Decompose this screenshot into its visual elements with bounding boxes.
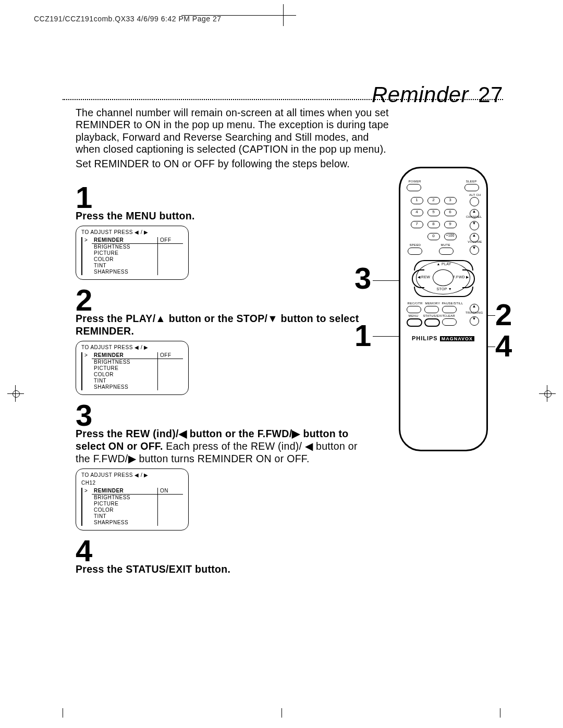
label-power: POWER <box>409 180 421 183</box>
num-0[interactable]: 0 <box>427 233 440 240</box>
osd-item: REMINDER <box>92 488 158 495</box>
altch-button[interactable] <box>470 197 479 206</box>
arc-top <box>414 260 473 270</box>
ch-down-button[interactable]: ▼ <box>470 221 479 230</box>
num-2[interactable]: 2 <box>427 197 440 204</box>
arc-left <box>412 269 424 288</box>
label-mute: MUTE <box>441 243 450 246</box>
osd-item: TINT <box>92 378 158 384</box>
step-num: 4 <box>76 538 92 563</box>
num-6[interactable]: 6 <box>444 209 457 216</box>
osd-panel-3: TO ADJUST PRESS ◀ / ▶ CH12 >REMINDERON B… <box>76 468 189 530</box>
label-tracking: TRACKING <box>466 311 483 314</box>
step-2: 2 Press the PLAY/▲ button or the STOP/▼ … <box>76 287 368 395</box>
label-memory: MEMORY <box>425 302 440 305</box>
osd-value: ON <box>158 488 183 495</box>
osd-item: PICTURE <box>92 365 158 372</box>
divider-dotted <box>63 99 503 102</box>
label-volume: VOLUME <box>468 240 482 243</box>
num-9[interactable]: 9 <box>444 221 457 228</box>
sleep-button[interactable] <box>464 184 479 191</box>
callout-line <box>373 280 400 281</box>
label-recotr: REC/OTR <box>408 302 423 305</box>
osd-item: COLOR <box>92 372 158 378</box>
osd-item: COLOR <box>92 507 158 513</box>
osd-item: TINT <box>92 513 158 520</box>
memory-button[interactable] <box>424 306 439 313</box>
crop-mark-left <box>10 388 21 399</box>
osd-item: BRIGHTNESS <box>92 359 158 365</box>
osd-item: BRIGHTNESS <box>92 494 158 501</box>
callout-3: 3 <box>354 261 371 295</box>
num-3[interactable]: 3 <box>444 197 457 204</box>
crop-mark-top <box>275 7 291 23</box>
page-title: Reminder 27 <box>372 82 503 107</box>
clear-button[interactable] <box>442 318 457 326</box>
intro-p2: Set REMINDER to ON or OFF by following t… <box>76 158 394 170</box>
num-1[interactable]: 1 <box>411 197 423 204</box>
num-4[interactable]: 4 <box>411 209 423 216</box>
manual-page: CCZ191/CCZ191comb.QX33 4/6/99 6:42 PM Pa… <box>0 0 563 728</box>
rec-button[interactable] <box>407 306 421 313</box>
osd-item: SHARPNESS <box>92 520 158 526</box>
pause-button[interactable] <box>442 306 457 313</box>
speed-button[interactable] <box>408 248 422 255</box>
step-num: 1 <box>76 184 92 210</box>
step-text: Press the MENU button. <box>76 210 368 223</box>
label-clear: CLEAR <box>444 314 456 317</box>
label-pausestill: PAUSE/STILL <box>442 302 463 305</box>
vol-down-button[interactable]: ▼ <box>470 245 479 255</box>
osd-item: REMINDER <box>92 237 158 244</box>
title-word: Reminder <box>372 82 469 107</box>
crop-mark-bottom <box>282 708 282 718</box>
brand-magnavox: MAGNAVOX <box>440 336 474 341</box>
label-sleep: SLEEP <box>466 180 477 183</box>
plus100-button[interactable]: +100 <box>444 233 457 240</box>
step-1: 1 Press the MENU button. TO ADJUST PRESS… <box>76 184 368 280</box>
label-menu: MENU <box>409 314 419 317</box>
osd-head: TO ADJUST PRESS ◀ / ▶ <box>81 344 183 350</box>
osd-value: OFF <box>158 237 183 244</box>
status-exit-button[interactable] <box>424 318 440 327</box>
power-button[interactable] <box>407 184 421 191</box>
num-8[interactable]: 8 <box>427 221 440 228</box>
callout-1: 1 <box>354 318 371 353</box>
brand-philips: PHILIPS <box>412 335 438 341</box>
label-altch: ALT CH <box>469 193 481 196</box>
step-list: 1 Press the MENU button. TO ADJUST PRESS… <box>76 184 368 581</box>
osd-value: OFF <box>158 352 183 359</box>
num-7[interactable]: 7 <box>411 221 423 228</box>
step-text: Press the STATUS/EXIT button. <box>76 563 368 576</box>
step-num: 2 <box>76 287 92 313</box>
menu-button[interactable] <box>407 318 422 327</box>
track-down-button[interactable]: ▼ <box>470 316 479 326</box>
remote-illustration: 3 1 2 4 POWER SLEEP 1 2 3 ALT CH 4 5 6 ▲… <box>386 167 500 451</box>
step-num: 3 <box>76 402 92 428</box>
label-statusexit: STATUS/EXIT <box>423 314 445 317</box>
step-3: 3 Press the REW (ind)/◀ button or the F.… <box>76 402 368 530</box>
label-channel: CHANNEL <box>466 215 482 218</box>
intro-block: The channel number will remain on-screen… <box>76 107 394 172</box>
crop-mark-bottom <box>500 708 500 718</box>
num-5[interactable]: 5 <box>427 209 440 216</box>
arc-right <box>462 269 475 288</box>
osd-item: TINT <box>92 263 158 269</box>
remote-body: POWER SLEEP 1 2 3 ALT CH 4 5 6 ▲ CHANNEL… <box>399 167 488 451</box>
osd-item: SHARPNESS <box>92 269 158 275</box>
osd-panel-1: TO ADJUST PRESS ◀ / ▶ >REMINDEROFF BRIGH… <box>76 226 189 280</box>
page-number: 27 <box>478 82 503 107</box>
osd-item: COLOR <box>92 256 158 263</box>
osd-head: TO ADJUST PRESS ◀ / ▶ <box>81 472 183 478</box>
osd-channel: CH12 <box>81 480 183 486</box>
callout-4: 4 <box>495 328 512 363</box>
osd-item: REMINDER <box>92 352 158 359</box>
arc-bottom <box>414 287 473 297</box>
step-text: Press the REW (ind)/◀ button or the F.FW… <box>76 428 368 465</box>
callout-2: 2 <box>495 297 512 332</box>
brand: PHILIPS MAGNAVOX <box>400 335 486 341</box>
osd-item: PICTURE <box>92 501 158 507</box>
osd-item: PICTURE <box>92 250 158 256</box>
osd-item: SHARPNESS <box>92 384 158 390</box>
crop-mark-right <box>542 388 553 399</box>
mute-button[interactable] <box>439 248 454 255</box>
